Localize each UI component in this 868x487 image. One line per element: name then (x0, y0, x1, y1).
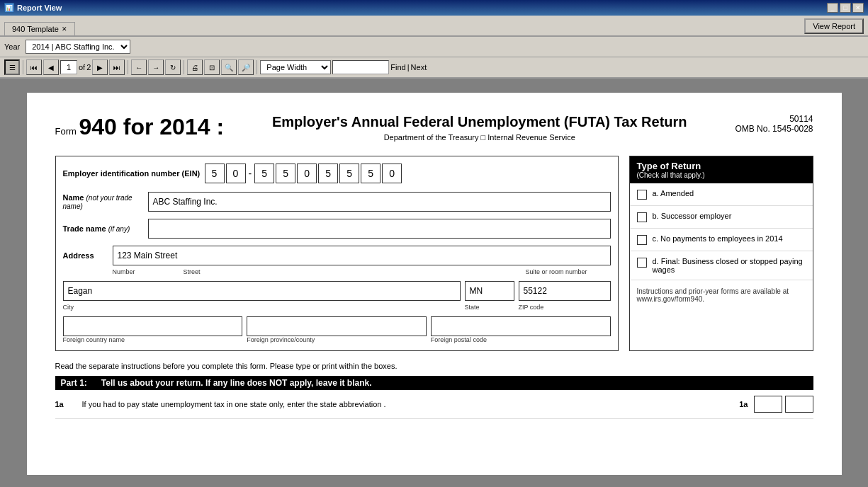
ein-digit-2[interactable]: 0 (226, 164, 246, 183)
checkbox-successor[interactable] (637, 212, 647, 222)
line-1a-text: If you had to pay state unemployment tax… (82, 400, 740, 408)
back-button[interactable]: ← (131, 59, 147, 75)
ein-digit-7[interactable]: 5 (339, 164, 359, 183)
toolbar-separator-1 (23, 60, 23, 74)
ein-digit-5[interactable]: 0 (297, 164, 317, 183)
checkbox-final[interactable] (637, 258, 647, 268)
ein-dash: - (249, 168, 252, 179)
line-1a-box-2[interactable] (785, 396, 813, 413)
checkbox-no-payments[interactable] (637, 235, 647, 245)
checkbox-item-no-payments: c. No payments to employees in 2014 (630, 229, 813, 251)
foreign-postal-input[interactable] (431, 316, 611, 336)
forward-button[interactable]: → (148, 59, 164, 75)
ein-boxes: 5 0 - 5 5 0 5 5 5 0 (205, 164, 402, 183)
tab-940-template[interactable]: 940 Template ✕ (4, 22, 75, 35)
form-left-panel: Employer identification number (EIN) 5 0… (55, 156, 619, 351)
line-1a-row: 1a If you had to pay state unemployment … (55, 390, 813, 419)
line-1a-box-1[interactable] (754, 396, 782, 413)
address-input[interactable]: 123 Main Street (113, 246, 611, 265)
name-input[interactable]: ABC Staffing Inc. (148, 192, 611, 212)
addr-sub-state: State (465, 304, 514, 311)
addr-sub-zip: ZIP code (519, 304, 611, 311)
ein-digit-4[interactable]: 5 (276, 164, 295, 183)
prev-page-button[interactable]: ◀ (43, 59, 59, 75)
name-row: Name (not your trade name) ABC Staffing … (63, 192, 611, 212)
addr-sub-street: Street (184, 268, 526, 275)
part1-label: Part 1: (61, 378, 87, 388)
next-link[interactable]: Next (411, 63, 427, 71)
city-input[interactable]: Eagan (63, 281, 461, 301)
layout-button[interactable]: ⊡ (204, 59, 220, 75)
find-separator: | (407, 63, 410, 71)
checkbox-item-successor: b. Successor employer (630, 206, 813, 229)
trade-name-input[interactable] (148, 219, 611, 239)
form-note: Read the separate instructions before yo… (55, 362, 813, 370)
report-area[interactable]: Form 940 for 2014 : Employer's Annual Fe… (0, 79, 868, 487)
print-button[interactable]: 🖨 (187, 59, 203, 75)
checkbox-final-label: d. Final: Business closed or stopped pay… (653, 257, 806, 274)
form-body: Employer identification number (EIN) 5 0… (55, 156, 813, 351)
title-bar-controls: _ □ ✕ (827, 3, 864, 13)
ein-row: Employer identification number (EIN) 5 0… (63, 164, 611, 183)
page-width-select[interactable]: Page Width (260, 60, 331, 74)
zip-input[interactable]: 55122 (519, 281, 611, 301)
first-page-button[interactable]: ⏮ (26, 59, 42, 75)
find-link[interactable]: Find (390, 63, 405, 71)
tab-label: 940 Template (12, 25, 59, 33)
zoom-out-button[interactable]: 🔍 (221, 59, 237, 75)
title-bar: 📊 Report View _ □ ✕ (0, 0, 868, 16)
checkbox-amended[interactable] (637, 190, 647, 200)
toggle-sidebar-button[interactable]: ☰ (4, 59, 20, 75)
title-bar-text: Report View (17, 4, 62, 12)
ein-digit-8[interactable]: 5 (361, 164, 381, 183)
toolbar-separator-2 (128, 60, 128, 74)
address-row2: Eagan MN 55122 (63, 281, 611, 301)
addr-sub-suite: Suite or room number (526, 268, 611, 275)
next-page-button[interactable]: ▶ (92, 59, 108, 75)
last-page-button[interactable]: ⏭ (109, 59, 125, 75)
ein-digit-6[interactable]: 5 (318, 164, 338, 183)
checkbox-item-amended: a. Amended (630, 183, 813, 206)
tab-close-button[interactable]: ✕ (62, 25, 67, 33)
address-sublabels3: Foreign country name Foreign province/co… (63, 336, 611, 343)
part1-instruction: Tell us about your return. If any line d… (101, 378, 372, 388)
trade-name-label: Trade name (if any) (63, 224, 148, 233)
page-number-input[interactable] (60, 60, 77, 74)
foreign-province-input[interactable] (247, 316, 427, 336)
addr-sub-foreign-province: Foreign province/county (247, 336, 427, 343)
address-row3 (63, 316, 611, 336)
form-title-right: 50114 OMB No. 1545-0028 (735, 114, 813, 134)
form-label: Form (55, 126, 77, 137)
toolbar-separator-4 (257, 60, 257, 74)
type-of-return-header: Type of Return (Check all that apply.) (630, 156, 813, 183)
part1-header: Part 1: Tell us about your return. If an… (55, 376, 813, 390)
form-omb: OMB No. 1545-0028 (735, 124, 813, 134)
ein-digit-3[interactable]: 5 (254, 164, 274, 183)
toolbar-separator-3 (184, 60, 184, 74)
ein-digit-9[interactable]: 0 (382, 164, 402, 183)
refresh-button[interactable]: ↻ (165, 59, 181, 75)
toolbar-row1: Year 2014 | ABC Staffing Inc. (0, 37, 868, 57)
address-row1: Address 123 Main Street (63, 246, 611, 265)
checkbox-no-payments-label: c. No payments to employees in 2014 (653, 234, 783, 243)
form-right-panel: Type of Return (Check all that apply.) a… (629, 156, 813, 351)
close-button[interactable]: ✕ (852, 3, 864, 13)
line-1a-number: 1a (55, 400, 77, 408)
year-select[interactable]: 2014 | ABC Staffing Inc. (26, 40, 130, 54)
ein-digit-1[interactable]: 5 (205, 164, 225, 183)
form-title-center: Employer's Annual Federal Unemployment (… (224, 114, 735, 142)
maximize-button[interactable]: □ (840, 3, 851, 13)
find-input[interactable] (332, 60, 389, 74)
address-label: Address (63, 251, 113, 260)
minimize-button[interactable]: _ (827, 3, 838, 13)
foreign-country-input[interactable] (63, 316, 243, 336)
addr-sub-city: City (63, 304, 461, 311)
checkbox-item-final: d. Final: Business closed or stopped pay… (630, 251, 813, 280)
line-1a-boxes (754, 396, 813, 413)
state-input[interactable]: MN (465, 281, 514, 301)
zoom-in-button[interactable]: 🔎 (238, 59, 254, 75)
page-total: 2 (86, 63, 91, 71)
page-of-label: of (79, 63, 85, 71)
view-report-button[interactable]: View Report (804, 18, 864, 34)
irs-note: Instructions and prior-year forms are av… (630, 280, 813, 310)
